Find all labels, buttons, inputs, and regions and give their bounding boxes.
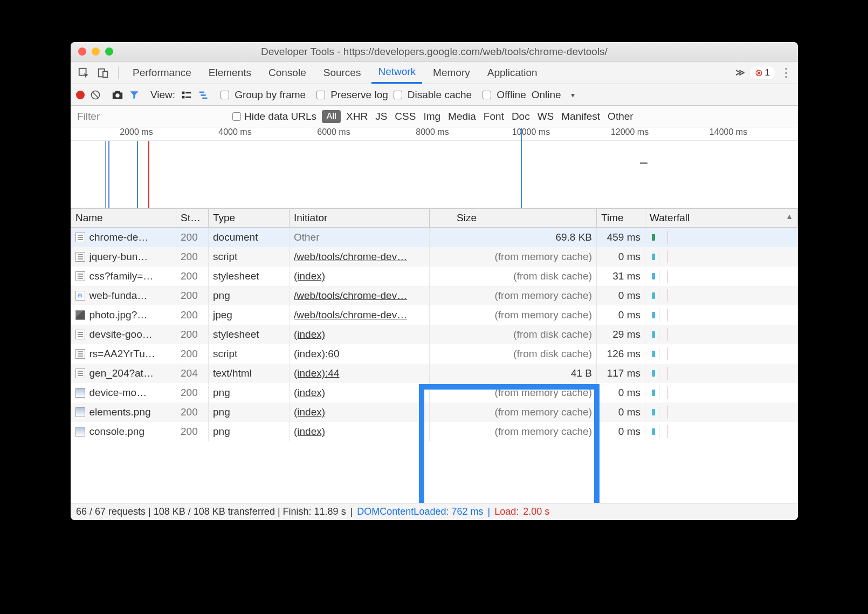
table-row[interactable]: gen_204?at…204text/html(index):4441 B117… — [71, 364, 798, 383]
tab-console[interactable]: Console — [262, 62, 313, 84]
filter-type-other[interactable]: Other — [608, 111, 633, 122]
request-initiator[interactable]: (index) — [290, 383, 430, 402]
col-type[interactable]: Type — [209, 209, 290, 228]
zoom-icon[interactable] — [105, 47, 113, 56]
tab-performance[interactable]: Performance — [126, 62, 198, 84]
error-count: 1 — [765, 67, 770, 78]
request-name: jquery-bun… — [89, 251, 148, 262]
request-time: 126 ms — [597, 344, 645, 364]
request-type: script — [209, 344, 290, 364]
request-type: stylesheet — [209, 267, 290, 286]
throttling-dropdown-icon[interactable]: ▾ — [571, 91, 575, 99]
col-waterfall[interactable]: Waterfall▲ — [645, 209, 798, 228]
screenshot-icon[interactable] — [112, 89, 123, 101]
close-icon[interactable] — [78, 47, 86, 56]
filter-type-css[interactable]: CSS — [395, 111, 416, 122]
waterfall-view-icon[interactable] — [198, 89, 210, 101]
timeline-tick: 8000 ms — [416, 127, 449, 137]
col-time[interactable]: Time — [597, 209, 645, 228]
request-initiator[interactable]: (index) — [290, 325, 430, 344]
request-type: document — [209, 228, 290, 247]
request-initiator[interactable]: /web/tools/chrome-dev… — [290, 286, 430, 305]
device-toolbar-icon[interactable] — [95, 65, 111, 80]
file-doc-icon — [75, 271, 85, 281]
col-status[interactable]: St… — [176, 209, 209, 228]
tab-network[interactable]: Network — [371, 62, 422, 84]
request-initiator[interactable]: (index) — [290, 422, 430, 441]
timeline-tick: 10000 ms — [512, 127, 550, 137]
traffic-lights — [78, 47, 113, 56]
request-status: 200 — [176, 228, 209, 247]
filter-type-js[interactable]: JS — [375, 111, 387, 122]
col-name[interactable]: Name — [71, 209, 176, 228]
offline-checkbox[interactable] — [483, 91, 491, 99]
table-row[interactable]: console.png200png(index)(from memory cac… — [71, 422, 798, 441]
tab-elements[interactable]: Elements — [202, 62, 258, 84]
request-time: 0 ms — [597, 383, 645, 402]
request-initiator[interactable]: /web/tools/chrome-dev… — [290, 305, 430, 325]
request-initiator[interactable]: (index) — [290, 267, 430, 286]
filter-icon[interactable] — [129, 90, 140, 100]
table-row[interactable]: jquery-bun…200script/web/tools/chrome-de… — [71, 247, 798, 267]
network-table: Name St… Type Initiator Size Time Waterf… — [71, 208, 798, 503]
hide-data-urls-label: Hide data URLs — [244, 111, 316, 122]
filter-input[interactable] — [71, 111, 232, 122]
table-row[interactable]: web-funda…200png/web/tools/chrome-dev…(f… — [71, 286, 798, 305]
request-type: stylesheet — [209, 325, 290, 344]
table-row[interactable]: devsite-goo…200stylesheet(index)(from di… — [71, 325, 798, 344]
more-tabs-icon[interactable]: ≫ — [735, 67, 745, 78]
request-waterfall — [645, 228, 798, 247]
filter-type-media[interactable]: Media — [448, 111, 476, 122]
sort-asc-icon: ▲ — [786, 212, 793, 221]
clear-icon[interactable] — [90, 90, 101, 100]
table-row[interactable]: device-mo…200png(index)(from memory cach… — [71, 383, 798, 402]
filter-type-xhr[interactable]: XHR — [346, 111, 368, 122]
file-doc-icon — [75, 252, 85, 262]
col-initiator[interactable]: Initiator — [290, 209, 430, 228]
inspect-element-icon[interactable] — [76, 65, 91, 80]
col-size[interactable]: Size — [430, 209, 597, 228]
tab-application[interactable]: Application — [481, 62, 544, 84]
table-row[interactable]: rs=AA2YrTu…200script(index):60(from disk… — [71, 344, 798, 364]
request-initiator[interactable]: (index) — [290, 402, 430, 422]
preserve-log-checkbox[interactable] — [316, 91, 325, 99]
request-initiator[interactable]: (index):60 — [290, 344, 430, 364]
error-icon: ⊗ — [755, 67, 763, 79]
filter-type-font[interactable]: Font — [484, 111, 504, 122]
minimize-icon[interactable] — [92, 47, 100, 56]
request-name: device-mo… — [89, 387, 147, 398]
table-row[interactable]: photo.jpg?…200jpeg/web/tools/chrome-dev…… — [71, 305, 798, 325]
large-rows-icon[interactable] — [181, 89, 192, 101]
record-icon[interactable] — [76, 91, 85, 99]
disable-cache-checkbox[interactable] — [394, 91, 402, 99]
request-status: 200 — [176, 422, 209, 441]
table-row[interactable]: chrome-de…200documentOther69.8 KB459 ms — [71, 228, 798, 247]
status-dcl: DOMContentLoaded: 762 ms — [357, 506, 483, 517]
filter-type-all[interactable]: All — [322, 110, 341, 123]
network-sub-toolbar: View: Group by frame Preserve log Disabl… — [71, 84, 798, 106]
main-toolbar: Performance Elements Console Sources Net… — [71, 62, 798, 84]
request-time: 0 ms — [597, 305, 645, 325]
table-row[interactable]: elements.png200png(index)(from memory ca… — [71, 402, 798, 422]
table-row[interactable]: css?family=…200stylesheet(index)(from di… — [71, 267, 798, 286]
filter-type-doc[interactable]: Doc — [512, 111, 530, 122]
filter-type-manifest[interactable]: Manifest — [561, 111, 600, 122]
timeline-tick: 12000 ms — [611, 127, 649, 137]
settings-kebab-icon[interactable]: ⋮ — [780, 66, 793, 80]
file-png-icon — [75, 407, 85, 417]
filter-type-img[interactable]: Img — [423, 111, 440, 122]
titlebar: Developer Tools - https://developers.goo… — [71, 42, 798, 62]
group-by-frame-checkbox[interactable] — [221, 91, 229, 99]
request-status: 200 — [176, 325, 209, 344]
request-size: 69.8 KB — [430, 228, 597, 247]
tab-memory[interactable]: Memory — [426, 62, 477, 84]
request-initiator[interactable]: /web/tools/chrome-dev… — [290, 247, 430, 267]
error-badge[interactable]: ⊗ 1 — [749, 66, 775, 80]
filter-type-ws[interactable]: WS — [538, 111, 554, 122]
timeline-overview[interactable]: 2000 ms4000 ms6000 ms8000 ms10000 ms1200… — [71, 127, 798, 208]
tab-sources[interactable]: Sources — [317, 62, 368, 84]
request-initiator[interactable]: (index):44 — [290, 364, 430, 383]
hide-data-urls-checkbox[interactable] — [232, 112, 241, 121]
request-initiator: Other — [290, 228, 430, 247]
status-load-time: 2.00 s — [523, 506, 549, 517]
